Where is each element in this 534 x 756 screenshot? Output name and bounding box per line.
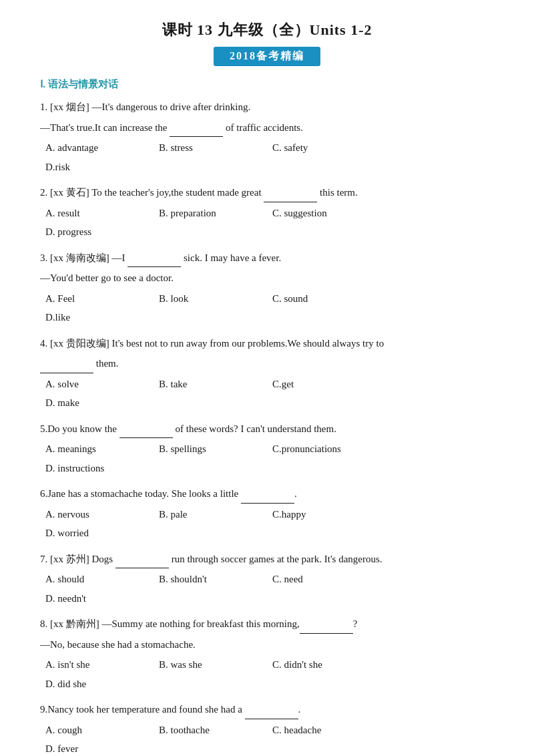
question-7: 7. [xx 苏州] Dogs run through soccer games… [40,550,494,608]
option: D. instructions [45,459,152,478]
option: D. progress [45,222,152,242]
option: C.happy [272,505,379,524]
option: C. need [272,570,379,589]
option: A. should [45,570,152,589]
banner: 2018备考精编 [214,47,320,66]
option: C. didn't she [272,655,379,675]
option: C. headache [272,721,379,740]
option: A. isn't she [45,655,152,675]
option: D. did she [45,675,152,694]
option: B. preparation [159,204,266,223]
option: B. look [159,289,266,309]
question-5: 5.Do you know the of these words? I can'… [40,419,494,478]
question-3: 3. [xx 海南改编] —I sick. I may have a fever… [40,248,494,327]
option: C. suggestion [272,204,379,223]
option: D. make [45,393,152,413]
option: A. cough [45,721,152,740]
option: B. was she [159,655,266,675]
option: D. needn't [45,589,152,608]
option: B. take [159,375,266,394]
question-1: 1. [xx 烟台] —It's dangerous to drive afte… [40,98,494,176]
option: A. meanings [45,439,152,459]
option: A. result [45,204,152,223]
option: B. toothache [159,721,266,740]
question-4: 4. [xx 贵阳改编] It's best not to run away f… [40,334,494,413]
question-8: 8. [xx 黔南州] —Summy ate nothing for break… [40,614,494,693]
section1-title: Ⅰ. 语法与情景对话 [40,78,494,91]
option: C. sound [272,289,379,309]
option: C. safety [272,138,379,158]
option: D. worried [45,524,152,543]
option: C.get [272,375,379,394]
option: A. Feel [45,289,152,309]
option: B. spellings [159,439,266,459]
option: B. shouldn't [159,570,266,589]
option: A. nervous [45,505,152,524]
option: A. advantage [45,138,152,158]
question-9: 9.Nancy took her temperature and found s… [40,700,494,756]
question-2: 2. [xx 黄石] To the teacher's joy,the stud… [40,183,494,242]
page-title: 课时 13 九年级（全）Units 1-2 [40,20,494,40]
option: A. solve [45,375,152,394]
option: B. stress [159,138,266,158]
option: D.like [45,308,152,327]
option: D.risk [45,158,152,177]
option: C.pronunciations [272,439,379,459]
option: B. pale [159,505,266,524]
question-6: 6.Jane has a stomachache today. She look… [40,484,494,543]
option: D. fever [45,739,152,756]
